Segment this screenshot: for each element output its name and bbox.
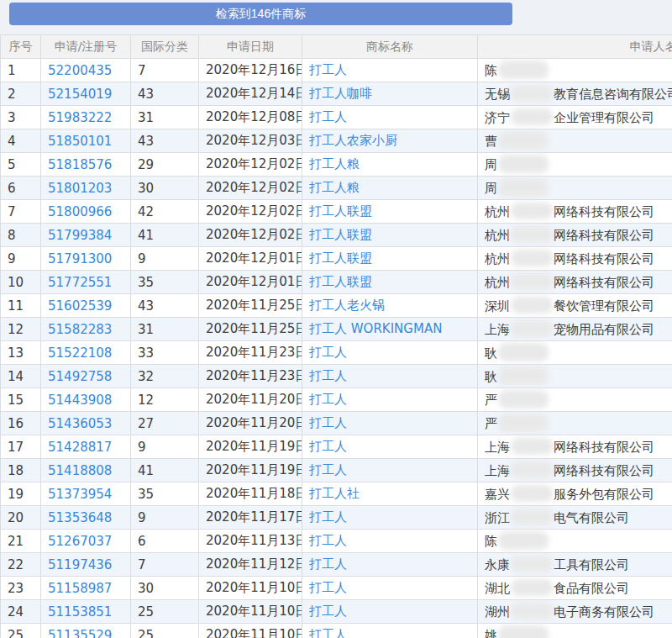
trademark-name-link[interactable]: 打工人 <box>309 439 347 454</box>
redaction-blur <box>511 226 553 243</box>
cell-serial-number: 12 <box>1 318 41 341</box>
applicant-name-suffix: 餐饮管理有限公司 <box>554 298 654 313</box>
trademark-name-link[interactable]: 打工人 <box>309 580 347 595</box>
applicant-name-prefix: 深圳 <box>485 298 510 313</box>
cell-applicant-name: 姚 <box>478 624 672 638</box>
cell-application-date: 2020年11月18日 <box>199 482 302 506</box>
trademark-name-link[interactable]: 打工人 <box>309 345 347 360</box>
trademark-name-link[interactable]: 打工人 <box>309 509 347 525</box>
applicant-name-prefix: 周 <box>485 156 497 171</box>
registration-number-link[interactable]: 51602539 <box>48 298 112 314</box>
redaction-blur <box>511 203 553 219</box>
cell-registration-number: 51373954 <box>41 482 131 506</box>
cell-application-date: 2020年11月10日 <box>199 600 302 624</box>
table-row: 15 51443908 12 2020年11月20日 打工人 严 <box>1 388 672 412</box>
search-result-count-button[interactable]: 检索到146件商标 <box>9 3 512 25</box>
trademark-name-link[interactable]: 打工人联盟 <box>309 274 372 289</box>
cell-serial-number: 25 <box>1 624 41 638</box>
trademark-name-link[interactable]: 打工人联盟 <box>309 203 372 219</box>
cell-applicant-name: 周 <box>478 153 672 177</box>
trademark-name-link[interactable]: 打工人 <box>309 556 347 572</box>
registration-number-link[interactable]: 51353648 <box>48 510 112 525</box>
cell-serial-number: 18 <box>1 459 41 482</box>
registration-number-link[interactable]: 51197436 <box>48 557 112 572</box>
registration-number-link[interactable]: 51492758 <box>48 369 112 384</box>
registration-number-link[interactable]: 51153851 <box>48 604 112 620</box>
registration-number-link[interactable]: 51772551 <box>48 275 112 290</box>
cell-applicant-name: 湖北食品有限公司 <box>478 577 672 600</box>
cell-trademark-name: 打工人 <box>302 530 478 553</box>
table-row: 23 51158987 30 2020年11月10日 打工人 湖北食品有限公司 <box>1 577 672 600</box>
trademark-name-link[interactable]: 打工人咖啡 <box>309 86 372 101</box>
registration-number-link[interactable]: 51983222 <box>48 110 112 125</box>
trademark-name-link[interactable]: 打工人 <box>309 368 347 383</box>
redaction-blur <box>511 603 553 620</box>
redaction-blur <box>498 343 549 361</box>
registration-number-link[interactable]: 51418808 <box>48 463 112 478</box>
trademark-name-link[interactable]: 打工人 <box>309 392 347 407</box>
trademark-name-link[interactable]: 打工人 <box>309 109 347 124</box>
trademark-name-link[interactable]: 打工人 <box>309 462 347 477</box>
trademark-name-link[interactable]: 打工人老火锅 <box>309 298 385 313</box>
registration-number-link[interactable]: 51373954 <box>48 487 112 502</box>
cell-applicant-name: 上海宠物用品有限公司 <box>478 318 672 341</box>
trademark-name-link[interactable]: 打工人农家小厨 <box>309 133 397 148</box>
registration-number-link[interactable]: 52154019 <box>48 87 112 102</box>
trademark-name-link[interactable]: 打工人 <box>309 604 347 619</box>
cell-trademark-name: 打工人 <box>302 459 478 482</box>
trademark-name-link[interactable]: 打工人粮 <box>309 156 360 171</box>
cell-intl-class: 43 <box>131 129 199 153</box>
registration-number-link[interactable]: 51850101 <box>48 134 112 149</box>
cell-applicant-name: 陈 <box>478 530 672 553</box>
trademark-name-link[interactable]: 打工人粮 <box>309 180 360 195</box>
registration-number-link[interactable]: 52200435 <box>48 63 112 78</box>
trademark-name-link[interactable]: 打工人 <box>309 62 347 77</box>
cell-applicant-name: 上海网络科技有限公司 <box>478 459 672 482</box>
trademark-name-link[interactable]: 打工人 <box>309 533 347 548</box>
registration-number-link[interactable]: 51582283 <box>48 322 112 337</box>
cell-serial-number: 20 <box>1 506 41 530</box>
trademark-name-link[interactable]: 打工人 WORKINGMAN <box>309 321 442 336</box>
registration-number-link[interactable]: 51428817 <box>48 440 112 455</box>
registration-number-link[interactable]: 51818576 <box>48 157 112 172</box>
trademark-name-link[interactable]: 打工人联盟 <box>309 227 372 242</box>
registration-number-link[interactable]: 51158987 <box>48 581 112 596</box>
cell-intl-class: 7 <box>131 553 199 577</box>
cell-trademark-name: 打工人 <box>302 365 478 388</box>
registration-number-link[interactable]: 51800966 <box>48 204 112 219</box>
table-row: 21 51267037 6 2020年11月13日 打工人 陈 <box>1 530 672 553</box>
registration-number-link[interactable]: 51267037 <box>48 534 112 549</box>
cell-intl-class: 35 <box>131 271 199 294</box>
trademark-name-link[interactable]: 打工人社 <box>309 486 360 501</box>
cell-registration-number: 51135529 <box>41 624 131 638</box>
registration-number-link[interactable]: 51522108 <box>48 345 112 361</box>
trademark-name-link[interactable]: 打工人 <box>309 627 347 638</box>
cell-registration-number: 51800966 <box>41 200 131 224</box>
registration-number-link[interactable]: 51801203 <box>48 181 112 196</box>
column-header: 国际分类 <box>131 35 199 59</box>
cell-trademark-name: 打工人 <box>302 388 478 412</box>
registration-number-link[interactable]: 51135529 <box>48 628 112 638</box>
applicant-name-prefix: 杭州 <box>485 274 510 289</box>
table-row: 10 51772551 35 2020年12月01日 打工人联盟 杭州网络科技有… <box>1 271 672 294</box>
cell-intl-class: 32 <box>131 365 199 388</box>
table-row: 5 51818576 29 2020年12月02日 打工人粮 周 <box>1 153 672 177</box>
cell-application-date: 2020年12月14日 <box>199 82 302 106</box>
cell-application-date: 2020年12月01日 <box>199 271 302 294</box>
registration-number-link[interactable]: 51436053 <box>48 416 112 431</box>
applicant-name-suffix: 网络科技有限公司 <box>554 462 654 477</box>
registration-number-link[interactable]: 51791300 <box>48 251 112 266</box>
applicant-name-prefix: 杭州 <box>485 250 510 266</box>
trademark-name-link[interactable]: 打工人 <box>309 415 347 430</box>
cell-intl-class: 43 <box>131 294 199 318</box>
cell-serial-number: 10 <box>1 271 41 294</box>
applicant-name-prefix: 上海 <box>485 321 510 336</box>
applicant-name-prefix: 严 <box>485 415 497 430</box>
trademark-name-link[interactable]: 打工人联盟 <box>309 250 372 266</box>
applicant-name-prefix: 济宁 <box>485 109 510 124</box>
cell-trademark-name: 打工人农家小厨 <box>302 129 478 153</box>
registration-number-link[interactable]: 51799384 <box>48 228 112 243</box>
registration-number-link[interactable]: 51443908 <box>48 393 112 408</box>
cell-application-date: 2020年11月13日 <box>199 530 302 553</box>
table-row: 13 51522108 33 2020年11月23日 打工人 耿 <box>1 341 672 365</box>
